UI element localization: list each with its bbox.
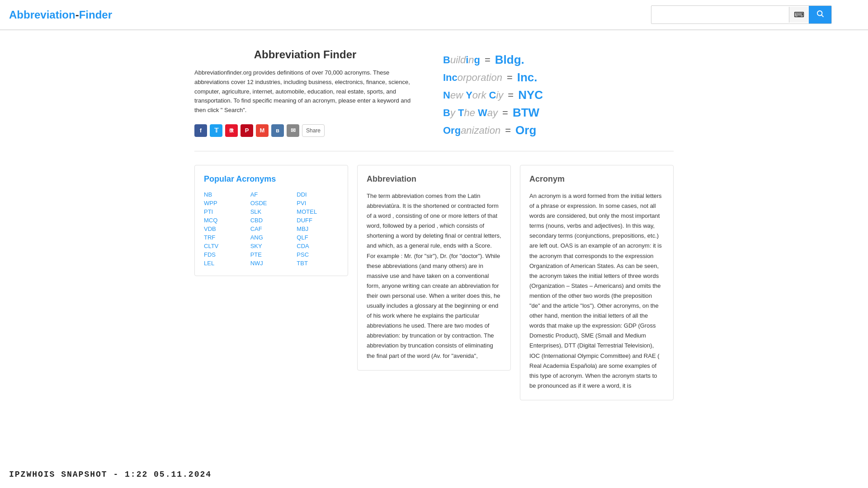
acronym-card: Acronym An acronym is a word formed from… (520, 165, 674, 400)
acronym-link[interactable]: PTE (250, 251, 292, 258)
acronym-link[interactable]: LEL (204, 260, 246, 267)
abbr-row-inc: Incorporation = Inc. (443, 70, 665, 84)
acronym-link[interactable]: QLF (297, 234, 339, 241)
bottom-section: Popular Acronyms NBAFDDIWPPOSDEPVIPTISLK… (194, 165, 674, 400)
acronym-link[interactable]: MOTEL (297, 208, 339, 215)
weibo-icon[interactable]: 微 (225, 124, 238, 137)
search-icon (816, 9, 824, 18)
acronym-link[interactable]: PVI (297, 200, 339, 206)
abbr-full-org: Organization (443, 125, 500, 136)
acronym-link[interactable]: DUFF (297, 217, 339, 224)
popular-acronyms-title: Popular Acronyms (204, 174, 339, 184)
logo[interactable]: Abbreviation-Finder (9, 9, 112, 21)
acronym-link[interactable]: CBD (250, 217, 292, 224)
acronym-link[interactable]: NWJ (250, 260, 292, 267)
acronym-text: An acronym is a word formed from the ini… (529, 191, 664, 391)
acronym-link[interactable]: AF (250, 191, 292, 198)
abbr-row-btw: By The Way = BTW (443, 106, 665, 120)
acronym-link[interactable]: PTI (204, 208, 246, 215)
intro-text: Abbreviationfinder.org provides definiti… (194, 68, 416, 115)
gmail-icon[interactable]: M (256, 124, 269, 137)
abbr-row-nyc: New York Ciy = NYC (443, 88, 665, 102)
abbreviation-card-title: Abbreviation (367, 174, 501, 184)
logo-finder: Finder (79, 9, 112, 21)
keyboard-button[interactable]: ⌨ (789, 7, 809, 23)
abbr-row-building: Building = Bldg. (443, 53, 665, 67)
abbr-short-building: Bldg. (495, 53, 524, 67)
twitter-icon[interactable]: 𝕋 (210, 124, 222, 137)
acronym-link[interactable]: ANG (250, 234, 292, 241)
logo-dash: - (75, 9, 79, 21)
abbr-full-building: Building (443, 54, 480, 66)
abbr-row-org: Organization = Org (443, 123, 665, 137)
acronym-grid: NBAFDDIWPPOSDEPVIPTISLKMOTELMCQCBDDUFFVD… (204, 191, 339, 267)
svg-point-0 (817, 11, 822, 16)
logo-blue: Abbreviation (9, 9, 75, 21)
acronym-link[interactable]: VDB (204, 225, 246, 232)
header: Abbreviation-Finder ⌨ (0, 0, 868, 30)
acronym-card-title: Acronym (529, 174, 664, 184)
acronym-link[interactable]: PSC (297, 251, 339, 258)
left-content: Abbreviation Finder Abbreviationfinder.o… (194, 48, 416, 142)
page-title: Abbreviation Finder (194, 48, 416, 61)
acronym-link[interactable]: WPP (204, 200, 246, 206)
social-icons: f 𝕋 微 P M в ✉ Share (194, 124, 416, 137)
acronym-link[interactable]: SLK (250, 208, 292, 215)
acronym-link[interactable]: DDI (297, 191, 339, 198)
abbr-short-nyc: NYC (518, 88, 543, 102)
svg-line-1 (821, 15, 823, 17)
acronym-link[interactable]: FDS (204, 251, 246, 258)
pinterest-icon[interactable]: P (241, 124, 253, 137)
search-input[interactable] (651, 8, 789, 22)
acronym-link[interactable]: MCQ (204, 217, 246, 224)
acronym-link[interactable]: TRF (204, 234, 246, 241)
abbreviation-card: Abbreviation The term abbreviation comes… (357, 165, 511, 371)
top-section: Abbreviation Finder Abbreviationfinder.o… (194, 39, 674, 151)
abbr-short-btw: BTW (513, 106, 539, 120)
abbreviation-examples: Building = Bldg. Incorporation = Inc. Ne… (434, 48, 674, 142)
acronym-link[interactable]: TBT (297, 260, 339, 267)
search-container: ⌨ (651, 5, 832, 24)
facebook-icon[interactable]: f (194, 124, 207, 137)
acronym-link[interactable]: CLTV (204, 243, 246, 249)
abbr-full-btw: By The Way (443, 107, 498, 119)
abbr-short-org: Org (515, 123, 536, 137)
acronym-link[interactable]: NB (204, 191, 246, 198)
vk-icon[interactable]: в (271, 124, 284, 137)
acronym-link[interactable]: SKY (250, 243, 292, 249)
abbr-full-nyc: New York Ciy (443, 89, 503, 101)
acronym-link[interactable]: OSDE (250, 200, 292, 206)
popular-acronyms-card: Popular Acronyms NBAFDDIWPPOSDEPVIPTISLK… (194, 165, 348, 276)
acronym-link[interactable]: MBJ (297, 225, 339, 232)
search-button[interactable] (809, 6, 831, 23)
abbr-short-inc: Inc. (517, 70, 538, 84)
main-content: Abbreviation Finder Abbreviationfinder.o… (185, 30, 683, 409)
abbreviation-text: The term abbreviation comes from the Lat… (367, 191, 501, 361)
email-icon[interactable]: ✉ (287, 124, 299, 137)
acronym-link[interactable]: CAF (250, 225, 292, 232)
abbr-full-inc: Incorporation (443, 72, 502, 84)
acronym-link[interactable]: CDA (297, 243, 339, 249)
share-button[interactable]: Share (302, 124, 325, 137)
